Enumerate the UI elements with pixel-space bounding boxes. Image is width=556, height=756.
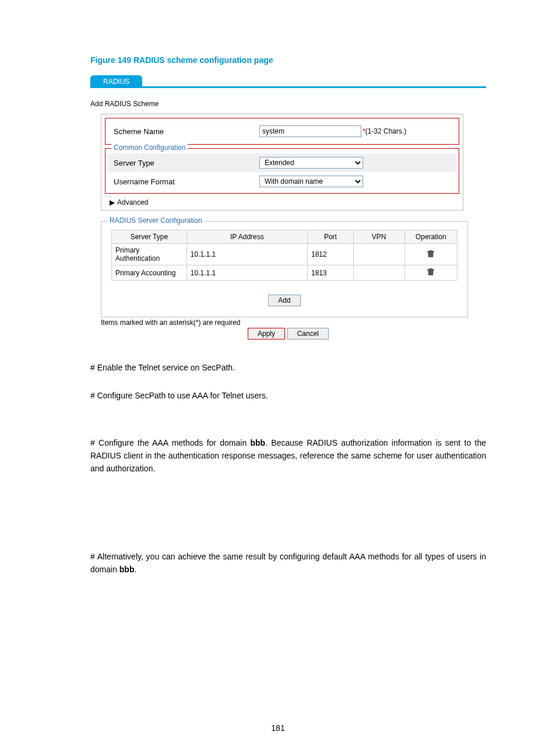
- paragraph: # Alternatively, you can achieve the sam…: [90, 551, 486, 576]
- server-type-select[interactable]: Extended: [259, 157, 363, 169]
- username-format-label: Username Format: [114, 177, 259, 186]
- paragraph: # Configure SecPath to use AAA for Telne…: [90, 390, 486, 402]
- cell-port: 1813: [307, 265, 353, 281]
- server-table: Server Type IP Address Port VPN Operatio…: [111, 230, 458, 281]
- col-vpn: VPN: [353, 230, 404, 244]
- common-config-fieldset: Common Configuration Server Type Extende…: [105, 148, 459, 194]
- username-format-select[interactable]: With domain name: [259, 176, 363, 187]
- col-operation: Operation: [404, 230, 457, 244]
- scheme-form: Scheme Name *(1-32 Chars.) Common Config…: [101, 114, 463, 211]
- cell-operation: [404, 265, 457, 281]
- cell-vpn: [353, 265, 404, 281]
- paragraph: # Enable the Telnet service on SecPath.: [90, 362, 486, 374]
- chevron-right-icon: ▶: [110, 198, 115, 206]
- cell-vpn: [353, 244, 404, 265]
- text-bold: bbb: [119, 565, 135, 574]
- scheme-name-hint: (1-32 Chars.): [365, 127, 407, 135]
- cell-ip: 10.1.1.1: [186, 244, 307, 265]
- text-run: # Alternatively, you can achieve the sam…: [90, 552, 486, 574]
- trash-icon[interactable]: [427, 250, 434, 258]
- col-ip: IP Address: [186, 230, 307, 244]
- advanced-label: Advanced: [117, 198, 148, 206]
- table-row: Primary Authentication 10.1.1.1 1812: [112, 244, 458, 265]
- col-server-type: Server Type: [112, 230, 187, 244]
- server-type-label: Server Type: [114, 159, 259, 167]
- add-scheme-heading: Add RADIUS Scheme: [90, 100, 486, 108]
- page-number: 181: [0, 723, 556, 733]
- cell-ip: 10.1.1.1: [186, 265, 307, 281]
- scheme-name-group: Scheme Name *(1-32 Chars.): [105, 118, 459, 145]
- cell-type: Primary Accounting: [112, 265, 187, 281]
- text-run: # Configure the AAA methods for domain: [90, 438, 251, 447]
- apply-button[interactable]: Apply: [248, 328, 285, 340]
- advanced-toggle[interactable]: ▶Advanced: [101, 196, 463, 210]
- cell-type: Primary Authentication: [112, 244, 187, 265]
- cell-operation: [404, 244, 457, 265]
- table-row: Primary Accounting 10.1.1.1 1813: [112, 265, 458, 281]
- required-note: Items marked with an asterisk(*) are req…: [101, 318, 486, 327]
- server-config-legend: RADIUS Server Configuration: [107, 216, 205, 225]
- cell-port: 1812: [307, 244, 353, 265]
- scheme-name-label: Scheme Name: [114, 127, 259, 136]
- text-run: .: [134, 565, 136, 574]
- scheme-name-input[interactable]: [259, 125, 361, 137]
- trash-icon[interactable]: [427, 268, 434, 276]
- text-bold: bbb: [251, 438, 266, 447]
- tab-underline: [90, 86, 486, 88]
- common-config-legend: Common Configuration: [111, 144, 188, 152]
- col-port: Port: [307, 230, 353, 244]
- body-copy: # Enable the Telnet service on SecPath. …: [90, 362, 486, 576]
- paragraph: # Configure the AAA methods for domain b…: [90, 437, 486, 475]
- add-button[interactable]: Add: [268, 295, 300, 306]
- tab-bar: RADIUS: [90, 75, 486, 88]
- server-config-fieldset: RADIUS Server Configuration Server Type …: [101, 221, 468, 317]
- figure-title: Figure 149 RADIUS scheme configuration p…: [90, 55, 486, 65]
- table-header-row: Server Type IP Address Port VPN Operatio…: [112, 230, 458, 244]
- cancel-button[interactable]: Cancel: [287, 328, 329, 340]
